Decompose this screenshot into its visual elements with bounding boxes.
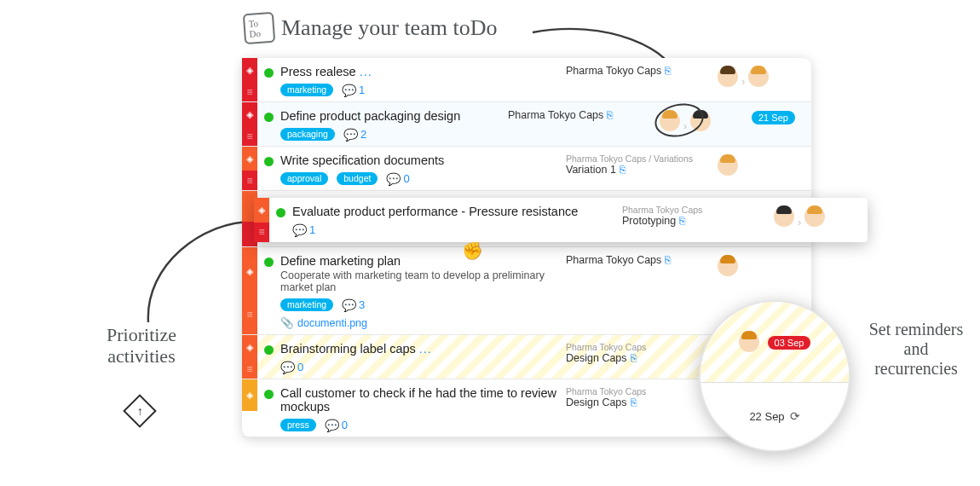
priority-up-icon: ◈: [246, 110, 253, 119]
project-path: Pharma Tokyo Caps: [622, 205, 767, 215]
project-link[interactable]: Prototyping: [622, 215, 676, 227]
link-icon: ⎘: [679, 215, 685, 227]
tag-pill[interactable]: marketing: [280, 298, 333, 311]
recurrence-date: 22 Sep: [749, 410, 784, 423]
project-path: Pharma Tokyo Caps: [566, 342, 711, 352]
avatar[interactable]: [718, 155, 738, 176]
more-icon: ...: [419, 342, 432, 356]
priority-up-icon: ◈: [258, 205, 265, 215]
zoom-lens: 03 Sep 22 Sep ⟳: [699, 300, 850, 452]
assignees[interactable]: ›: [774, 205, 859, 237]
project-path: Pharma Tokyo Caps / Variations: [566, 153, 711, 164]
tag-pill[interactable]: press: [280, 419, 316, 431]
task-title[interactable]: Press realese ...: [280, 65, 559, 78]
project-path: Pharma Tokyo Caps: [566, 386, 711, 396]
project-link[interactable]: Pharma Tokyo Caps: [566, 65, 661, 77]
drag-handle-icon[interactable]: ≡: [246, 131, 252, 142]
priority-up-icon: ↑: [123, 394, 157, 428]
link-icon: ⎘: [665, 254, 671, 266]
status-dot[interactable]: [264, 390, 274, 399]
priority-up-icon: ◈: [246, 343, 253, 352]
avatar: [739, 332, 759, 352]
comment-icon: 💬: [342, 84, 356, 96]
priority-up-icon: ◈: [246, 154, 253, 164]
status-dot[interactable]: [276, 208, 285, 217]
avatar[interactable]: [718, 67, 738, 87]
comment-icon: 💬: [292, 224, 307, 236]
status-dot[interactable]: [264, 345, 274, 355]
priority-up-icon: ◈: [246, 267, 253, 276]
comment-icon: 💬: [386, 173, 401, 185]
comments-count[interactable]: 💬2: [343, 128, 366, 141]
priority-gutter[interactable]: ◈: [242, 379, 257, 437]
project-link[interactable]: Design Caps: [566, 352, 627, 364]
annotation-reminders: Set reminders and recurrencies: [861, 320, 971, 379]
recurrence-icon[interactable]: ⟳: [790, 409, 800, 423]
link-icon: ⎘: [665, 65, 671, 77]
todo-logo: To Do: [243, 12, 275, 44]
link-icon: ⎘: [631, 352, 637, 364]
task-title[interactable]: Brainstorming label caps ...: [280, 342, 559, 356]
chevron-right-icon: ›: [741, 75, 745, 88]
chevron-right-icon: ›: [798, 216, 801, 229]
task-row[interactable]: ◈ ≡ Define product packaging design pack…: [242, 102, 811, 147]
more-icon: ...: [360, 65, 372, 78]
comment-icon: 💬: [342, 299, 356, 311]
priority-gutter[interactable]: ◈ ≡: [242, 335, 257, 379]
attachment-link[interactable]: 📎documenti.png: [280, 316, 367, 329]
due-date-pill[interactable]: 21 Sep: [752, 111, 795, 124]
avatar[interactable]: [718, 256, 738, 276]
comment-icon: 💬: [280, 362, 295, 373]
project-link[interactable]: Design Caps: [566, 396, 627, 408]
avatar[interactable]: [774, 206, 794, 227]
tag-pill[interactable]: marketing: [280, 84, 333, 96]
status-dot[interactable]: [264, 157, 274, 166]
project-link[interactable]: Pharma Tokyo Caps: [566, 254, 661, 266]
task-row-dragging[interactable]: ◈ ≡ Evaluate product performance - Press…: [254, 198, 868, 242]
project-link[interactable]: Variation 1: [566, 164, 616, 176]
status-dot[interactable]: [264, 113, 274, 122]
drag-handle-icon[interactable]: ≡: [246, 364, 252, 374]
grab-cursor-icon: ✊: [462, 240, 483, 261]
assignees[interactable]: [718, 153, 803, 185]
task-title[interactable]: Evaluate product performance - Pressure …: [292, 205, 615, 218]
comments-count[interactable]: 💬0: [280, 361, 303, 373]
task-subtitle: Cooperate with marketing team to develop…: [280, 269, 559, 293]
drag-handle-icon[interactable]: ≡: [246, 310, 252, 320]
priority-gutter[interactable]: ◈ ≡: [242, 147, 257, 190]
project-link[interactable]: Pharma Tokyo Caps: [508, 109, 603, 121]
assignees[interactable]: ›: [718, 65, 803, 96]
tag-pill[interactable]: packaging: [280, 128, 335, 141]
task-row[interactable]: ◈ ≡ Write specification documents approv…: [242, 147, 811, 191]
task-title[interactable]: Write specification documents: [280, 153, 559, 167]
priority-gutter[interactable]: ◈ ≡: [242, 102, 257, 146]
comments-count[interactable]: 💬0: [325, 419, 348, 431]
priority-up-icon: ◈: [246, 391, 253, 400]
avatar[interactable]: [748, 67, 769, 87]
comments-count[interactable]: 💬0: [386, 172, 409, 185]
status-dot[interactable]: [264, 68, 274, 78]
comments-count[interactable]: 💬1: [292, 223, 315, 236]
drag-handle-icon[interactable]: ≡: [246, 176, 252, 186]
drag-handle-icon[interactable]: ≡: [258, 227, 264, 237]
drag-handle-icon[interactable]: ≡: [246, 87, 252, 97]
priority-up-icon: ◈: [246, 66, 253, 75]
comments-count[interactable]: 💬3: [342, 298, 365, 311]
link-icon: ⎘: [607, 109, 613, 121]
assignees[interactable]: ›: [660, 109, 745, 141]
tag-pill[interactable]: budget: [337, 172, 378, 185]
task-title[interactable]: Call customer to check if he had the tim…: [280, 386, 559, 414]
annotation-circle: [652, 99, 707, 141]
priority-gutter[interactable]: ◈ ≡: [242, 247, 257, 334]
priority-gutter[interactable]: ◈ ≡: [242, 58, 257, 101]
priority-gutter[interactable]: ◈ ≡: [254, 198, 269, 242]
task-title[interactable]: Define marketing plan: [280, 254, 559, 268]
status-dot[interactable]: [264, 257, 274, 267]
task-row[interactable]: ◈ ≡ Press realese ... marketing 💬1 Pharm…: [242, 58, 811, 102]
tag-pill[interactable]: approval: [280, 172, 328, 185]
due-date-pill[interactable]: 03 Sep: [768, 336, 811, 350]
avatar[interactable]: [804, 206, 825, 227]
paperclip-icon: 📎: [280, 316, 294, 329]
comments-count[interactable]: 💬1: [342, 84, 365, 96]
task-title[interactable]: Define product packaging design: [280, 109, 501, 123]
